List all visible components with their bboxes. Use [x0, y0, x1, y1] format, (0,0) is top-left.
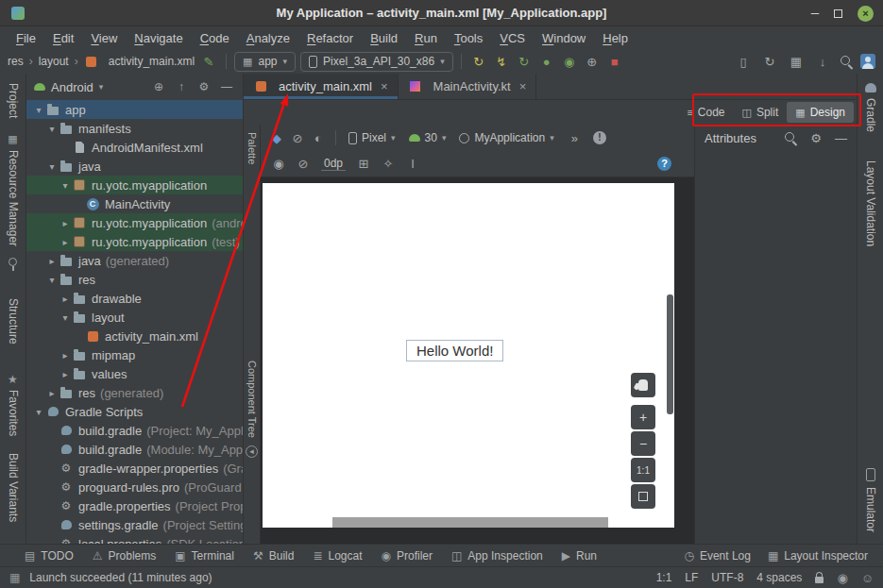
orientation-icon[interactable]: ⊘: [289, 131, 306, 145]
menu-item[interactable]: File: [8, 28, 44, 48]
breadcrumb-layout[interactable]: layout: [39, 55, 69, 68]
debug-icon[interactable]: ●: [537, 55, 556, 69]
gear-icon[interactable]: ⚙: [810, 131, 822, 145]
constraints-icon[interactable]: ⊞: [355, 157, 372, 171]
project-view-mode[interactable]: Android: [51, 80, 93, 94]
menu-item[interactable]: Window: [534, 28, 594, 48]
menu-item[interactable]: Navigate: [126, 28, 191, 48]
rerun-icon[interactable]: ↻: [469, 55, 488, 69]
device-manager-icon[interactable]: ▯: [734, 55, 753, 69]
menu-item[interactable]: Build: [362, 28, 406, 48]
sidebar-item-project[interactable]: Project: [7, 83, 20, 118]
tree-row[interactable]: res: [26, 270, 243, 289]
theme-picker[interactable]: MyApplication ▾: [455, 131, 557, 144]
textview-hello-world[interactable]: Hello World!: [406, 340, 503, 361]
device-picker[interactable]: Pixel ▾: [345, 131, 399, 144]
tree-chevron-icon[interactable]: [45, 124, 59, 134]
close-tab-icon[interactable]: ×: [519, 79, 527, 93]
tree-chevron-icon[interactable]: [59, 369, 72, 379]
menu-item[interactable]: Refactor: [298, 28, 362, 48]
tool-window-switcher-icon[interactable]: ▦: [9, 571, 20, 584]
sidebar-item-structure[interactable]: Structure: [7, 298, 20, 344]
lock-icon[interactable]: [815, 577, 824, 583]
text-cursor-icon[interactable]: I: [404, 157, 421, 171]
tree-chevron-icon[interactable]: [45, 388, 59, 398]
sidebar-item-gradle[interactable]: Gradle: [864, 98, 877, 132]
tree-chevron-icon[interactable]: [32, 407, 45, 417]
breadcrumb-res[interactable]: res: [8, 55, 24, 68]
menu-item[interactable]: Run: [406, 28, 446, 48]
tool-window-button[interactable]: ▣ Terminal: [175, 549, 234, 563]
stop-icon[interactable]: ■: [605, 55, 624, 69]
attach-debugger-icon[interactable]: ⊕: [583, 55, 602, 69]
tree-row[interactable]: values: [26, 364, 243, 383]
tool-window-button[interactable]: ◉ Profiler: [382, 549, 433, 563]
tree-chevron-icon[interactable]: [59, 350, 72, 361]
tree-row[interactable]: mipmap: [26, 345, 243, 364]
tree-row[interactable]: build.gradle (Module: My_Application.app…: [26, 440, 243, 459]
tree-chevron-icon[interactable]: [59, 294, 72, 304]
pan-tool-button[interactable]: [631, 373, 655, 397]
zoom-in-button[interactable]: +: [631, 405, 655, 429]
sync-project-icon[interactable]: ↻: [760, 55, 779, 69]
sidebar-item-build-variants[interactable]: Build Variants: [7, 453, 20, 522]
settings-icon[interactable]: ⚙: [195, 80, 212, 93]
palette-tab[interactable]: Palette: [246, 132, 258, 164]
api-picker[interactable]: 30 ▾: [405, 131, 450, 144]
design-surface-icon[interactable]: ◆: [268, 131, 285, 145]
tree-row[interactable]: activity_main.xml: [26, 327, 243, 345]
pencil-icon[interactable]: ✎: [199, 55, 218, 69]
issue-panel-icon[interactable]: !: [593, 131, 606, 144]
night-mode-icon[interactable]: ◐: [310, 131, 327, 145]
menu-item[interactable]: Edit: [44, 28, 82, 48]
zoom-out-button[interactable]: −: [631, 431, 655, 456]
profile-avatar-icon[interactable]: [860, 54, 875, 69]
star-icon[interactable]: ★: [8, 373, 18, 386]
tool-window-button[interactable]: ◷ Event Log: [684, 549, 751, 563]
tree-row[interactable]: MainActivity: [26, 194, 243, 213]
indent-indicator[interactable]: 4 spaces: [756, 571, 802, 584]
menu-item[interactable]: Code: [192, 28, 238, 48]
apply-code-changes-icon[interactable]: ↻: [515, 55, 534, 69]
profiler-icon[interactable]: ◉: [560, 55, 579, 69]
device-select[interactable]: Pixel_3a_API_30_x86 ▾: [300, 52, 453, 72]
breadcrumb-file[interactable]: activity_main.xml: [109, 55, 195, 68]
locate-file-icon[interactable]: ⊕: [150, 80, 167, 93]
menu-item[interactable]: Help: [594, 28, 637, 48]
editor-tab[interactable]: MainActivity.kt ×: [399, 74, 537, 99]
tree-chevron-icon[interactable]: [59, 237, 72, 247]
tree-chevron-icon[interactable]: [32, 105, 45, 115]
pin-icon[interactable]: [8, 258, 17, 266]
menu-item[interactable]: VCS: [491, 28, 534, 48]
tree-chevron-icon[interactable]: [45, 275, 59, 285]
search-everywhere-icon[interactable]: [840, 55, 853, 68]
tree-row[interactable]: Gradle Scripts: [26, 402, 243, 421]
tree-row[interactable]: gradle-wrapper.properties (Gradle Versio…: [26, 459, 243, 478]
default-margin-select[interactable]: 0dp: [321, 157, 346, 171]
tree-row[interactable]: app: [26, 100, 243, 119]
tree-chevron-icon[interactable]: [59, 218, 72, 228]
tool-window-button[interactable]: ≣ Logcat: [313, 549, 362, 563]
menu-item[interactable]: Tools: [446, 28, 491, 48]
zoom-to-fit-button[interactable]: [631, 484, 655, 509]
tree-row[interactable]: layout: [26, 308, 243, 327]
tree-row[interactable]: ru.yotc.myapplication (test): [26, 232, 243, 251]
autoconnect-icon[interactable]: ⊘: [295, 157, 312, 171]
tool-window-button[interactable]: ◫ App Inspection: [451, 549, 543, 563]
tree-row[interactable]: local.properties (SDK Location): [26, 534, 243, 544]
maximize-button[interactable]: [834, 9, 842, 18]
tree-row[interactable]: manifests: [26, 119, 243, 138]
apply-changes-icon[interactable]: ↯: [492, 55, 511, 69]
canvas-vertical-scrollbar[interactable]: [667, 294, 673, 414]
tree-chevron-icon[interactable]: [45, 161, 59, 172]
tool-window-button[interactable]: ⚒ Build: [253, 549, 294, 563]
minimize-button[interactable]: –: [811, 5, 819, 19]
component-tree-tab[interactable]: Component Tree: [246, 361, 258, 438]
tree-row[interactable]: ru.yotc.myapplication (androidTest): [26, 213, 243, 232]
sidebar-item-layout-validation[interactable]: Layout Validation: [864, 160, 877, 246]
tree-row[interactable]: res (generated): [26, 383, 243, 402]
infer-constraints-icon[interactable]: ✧: [380, 157, 397, 171]
zoom-actual-button[interactable]: 1:1: [631, 458, 655, 482]
overflow-icon[interactable]: »: [571, 131, 578, 145]
close-tab-icon[interactable]: ×: [381, 79, 388, 93]
